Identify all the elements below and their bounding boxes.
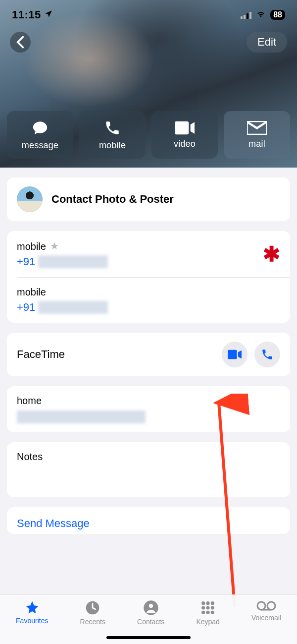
mail-action[interactable]: mail [224, 111, 290, 159]
tab-label: Recents [80, 618, 105, 626]
contact-hero: 11:15 88 Edit Emergency Contact [0, 0, 297, 168]
status-time: 11:15 [12, 8, 41, 21]
send-message-link[interactable]: Send Message [7, 507, 290, 534]
call-action[interactable]: mobile [79, 111, 146, 159]
svg-point-8 [201, 606, 205, 609]
video-icon [175, 121, 195, 135]
person-icon [143, 600, 159, 616]
tab-label: Keypad [196, 618, 219, 626]
video-action[interactable]: video [151, 111, 218, 159]
message-action[interactable]: message [7, 111, 73, 159]
message-icon [31, 119, 50, 136]
tab-label: Voicemail [251, 614, 281, 622]
tab-voicemail[interactable]: Voicemail [251, 600, 281, 622]
video-icon [228, 350, 242, 359]
phone-number-redacted: 000000 00000 [38, 301, 108, 314]
notes-label: Notes [17, 451, 280, 463]
avatar-thumbnail [17, 186, 43, 212]
phone-number-redacted: 000000 00000 [38, 255, 108, 268]
svg-point-6 [206, 601, 210, 605]
edit-button[interactable]: Edit [247, 32, 287, 53]
phone-row-2[interactable]: mobile +91 000000 00000 [7, 278, 290, 323]
location-icon [44, 9, 53, 21]
svg-point-7 [211, 601, 214, 605]
star-icon [24, 600, 40, 615]
tab-contacts[interactable]: Contacts [137, 600, 164, 626]
video-label: video [174, 139, 196, 149]
phone-prefix: +91 [17, 255, 35, 268]
svg-point-14 [257, 602, 265, 610]
phone-row-1[interactable]: mobile ★ +91 000000 00000 ✱ [7, 231, 290, 277]
phone-label: mobile [17, 241, 46, 252]
voicemail-icon [256, 600, 276, 612]
facetime-audio-button[interactable] [254, 342, 280, 367]
clock-icon [85, 600, 100, 616]
phone-label: mobile [17, 287, 280, 298]
svg-point-13 [211, 611, 214, 614]
svg-point-12 [206, 611, 210, 614]
email-redacted: someoneaddressgmailcom [17, 410, 146, 423]
tab-bar: Favourites Recents Contacts Keypad Voice… [0, 594, 297, 644]
mail-icon [247, 121, 267, 135]
back-button[interactable] [10, 32, 31, 53]
quick-actions: message mobile video mail [0, 111, 297, 159]
call-label: mobile [99, 140, 126, 151]
status-bar: 11:15 88 [0, 0, 297, 25]
svg-point-5 [201, 601, 205, 605]
email-card[interactable]: home someoneaddressgmailcom [7, 386, 290, 432]
svg-point-9 [206, 606, 210, 609]
annotation-asterisk: ✱ [263, 242, 280, 266]
keypad-icon [200, 600, 216, 616]
tab-label: Favourites [16, 617, 48, 625]
photo-poster-label: Contact Photo & Poster [51, 193, 174, 206]
svg-point-10 [211, 606, 214, 609]
send-message-card[interactable]: Send Message [7, 507, 290, 534]
cellular-icon [241, 11, 251, 19]
home-indicator[interactable] [106, 636, 191, 639]
phone-numbers-card: mobile ★ +91 000000 00000 ✱ mobile +91 0… [7, 231, 290, 323]
phone-prefix: +91 [17, 301, 35, 313]
tab-label: Contacts [137, 618, 164, 626]
tab-keypad[interactable]: Keypad [196, 600, 219, 626]
phone-icon [261, 348, 274, 361]
wifi-icon [255, 9, 266, 21]
tab-favourites[interactable]: Favourites [16, 600, 48, 625]
facetime-video-button[interactable] [222, 342, 248, 367]
edit-label: Edit [257, 36, 276, 49]
message-label: message [22, 140, 58, 151]
email-label: home [17, 395, 280, 407]
svg-point-15 [267, 602, 275, 610]
facetime-card: FaceTime [7, 333, 290, 376]
mail-label: mail [248, 139, 265, 149]
phone-icon [104, 119, 121, 136]
svg-point-11 [201, 611, 205, 614]
battery-icon: 88 [270, 10, 285, 20]
photo-poster-card[interactable]: Contact Photo & Poster [7, 177, 290, 221]
tab-recents[interactable]: Recents [80, 600, 105, 626]
notes-card[interactable]: Notes [7, 442, 290, 497]
svg-point-4 [148, 604, 153, 608]
favourite-star-icon: ★ [50, 240, 59, 251]
facetime-label: FaceTime [17, 348, 65, 361]
